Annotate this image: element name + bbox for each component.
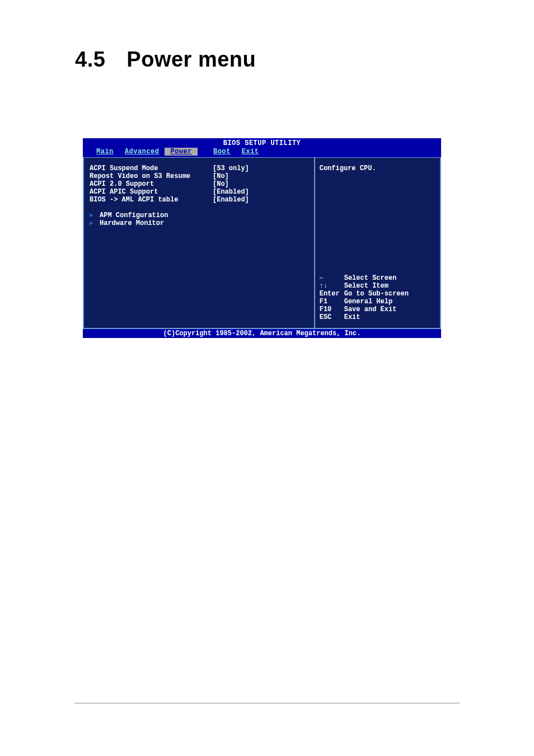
page-heading: 4.5Power menu (75, 48, 256, 72)
section-number: 4.5 (75, 48, 105, 71)
setting-value: [No] (213, 180, 229, 188)
nav-row: F10 Save and Exit (320, 306, 437, 313)
nav-legend: ← Select Screen ↑↓ Select Item Enter Go … (320, 274, 437, 321)
tab-main[interactable]: Main (91, 148, 119, 156)
tab-exit[interactable]: Exit (236, 148, 265, 156)
submenu-row[interactable]: ▶ APM Configuration (84, 212, 314, 219)
setting-value: [Enabled] (213, 196, 249, 204)
section-title: Power menu (127, 48, 256, 71)
nav-desc: Save and Exit (344, 306, 397, 313)
setting-value: [No] (213, 172, 229, 180)
help-text: Configure CPU. (320, 165, 437, 172)
nav-key: ↑↓ (320, 282, 344, 290)
nav-key: ESC (320, 313, 344, 321)
settings-pane: ACPI Suspend Mode [S3 only] Repost Video… (83, 157, 315, 329)
setting-row[interactable]: Repost Video on S3 Resume [No] (84, 172, 314, 180)
nav-key: ← (320, 274, 344, 282)
nav-desc: Select Item (344, 282, 388, 290)
page-divider (74, 703, 460, 703)
help-pane: Configure CPU. ← Select Screen ↑↓ Select… (315, 157, 441, 329)
setting-label: ACPI Suspend Mode (90, 165, 213, 172)
bios-tab-bar: Main Advanced Power Boot Exit (83, 147, 441, 156)
setting-row[interactable]: ACPI Suspend Mode [S3 only] (84, 165, 314, 172)
setting-label: Repost Video on S3 Resume (90, 172, 213, 180)
tab-boot[interactable]: Boot (208, 148, 236, 156)
nav-row: F1 General Help (320, 298, 437, 306)
setting-row[interactable]: ACPI 2.0 Support [No] (84, 180, 314, 188)
nav-desc: General Help (344, 298, 392, 306)
submenu-row[interactable]: ▶ Hardware Monitor (84, 219, 314, 227)
submenu-label: Hardware Monitor (100, 219, 164, 227)
nav-row: ESC Exit (320, 313, 437, 321)
tab-advanced[interactable]: Advanced (119, 148, 165, 156)
nav-row: ↑↓ Select Item (320, 282, 437, 290)
bios-footer: (C)Copyright 1985-2002, American Megatre… (83, 329, 441, 338)
setting-label: BIOS -> AML ACPI table (90, 196, 213, 204)
nav-key: F1 (320, 298, 344, 306)
bios-body: ACPI Suspend Mode [S3 only] Repost Video… (83, 156, 441, 329)
tab-power[interactable]: Power (165, 148, 198, 156)
arrow-right-icon: ▶ (90, 212, 100, 219)
bios-title: BIOS SETUP UTILITY (83, 138, 441, 147)
arrow-right-icon: ▶ (90, 219, 100, 227)
nav-row: Enter Go to Sub-screen (320, 290, 437, 298)
submenu-label: APM Configuration (100, 212, 168, 219)
nav-desc: Go to Sub-screen (344, 290, 409, 298)
nav-key: F10 (320, 306, 344, 313)
setting-value: [S3 only] (213, 165, 249, 172)
setting-row[interactable]: BIOS -> AML ACPI table [Enabled] (84, 196, 314, 204)
nav-desc: Select Screen (344, 274, 397, 282)
nav-desc: Exit (344, 313, 360, 321)
setting-value: [Enabled] (213, 188, 249, 196)
bios-screenshot: BIOS SETUP UTILITY Main Advanced Power B… (83, 138, 441, 338)
nav-key: Enter (320, 290, 344, 298)
setting-label: ACPI 2.0 Support (90, 180, 213, 188)
nav-row: ← Select Screen (320, 274, 437, 282)
setting-label: ACPI APIC Support (90, 188, 213, 196)
setting-row[interactable]: ACPI APIC Support [Enabled] (84, 188, 314, 196)
